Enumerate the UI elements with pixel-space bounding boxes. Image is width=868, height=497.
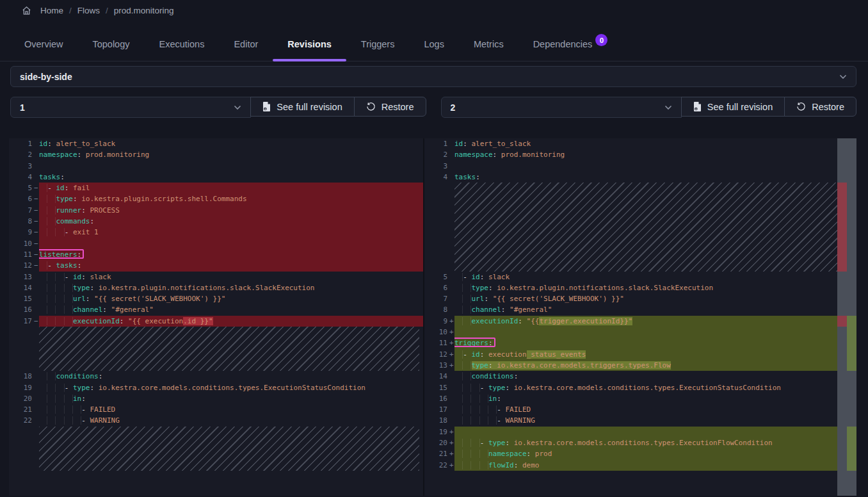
line-content[interactable] (454, 327, 837, 338)
line-content[interactable] (39, 161, 423, 172)
line-content[interactable]: conditions: (454, 371, 837, 382)
line-content[interactable]: - id: slack (39, 272, 423, 282)
tab-metrics[interactable]: Metrics (459, 31, 518, 61)
line-content[interactable]: namespace: prod (454, 448, 837, 459)
diff-marker (34, 272, 39, 282)
line-content[interactable]: executionId: "{{ execution.id }}" (39, 316, 423, 327)
line-content[interactable]: triggers: (454, 338, 837, 348)
breadcrumb-item[interactable]: Home (40, 6, 63, 15)
line-content[interactable]: in: (454, 393, 837, 404)
line-content[interactable]: flowId: demo (454, 460, 837, 471)
line-content[interactable]: executionId: "{{trigger.executionId}}" (454, 316, 837, 327)
diff-marker (34, 382, 39, 393)
code-line: 18 conditions: (9, 371, 423, 382)
diff-marker (449, 371, 454, 382)
line-content[interactable]: listeners: (39, 249, 423, 260)
line-content[interactable]: - id: execution_status_events (454, 349, 837, 360)
breadcrumb-items: Home/Flows/prod.monitoring (40, 6, 174, 15)
see-full-revision-label: See full revision (277, 102, 342, 112)
line-number: 19 (9, 382, 34, 393)
file-document-icon (693, 102, 702, 111)
restore-icon (796, 102, 806, 111)
line-content[interactable]: channel: "#general" (39, 304, 423, 315)
tab-label: Editor (234, 39, 258, 49)
tab-executions[interactable]: Executions (144, 31, 219, 61)
line-content[interactable]: id: alert_to_slack (39, 138, 423, 149)
line-content[interactable] (39, 238, 423, 249)
line-number: 12 (424, 349, 449, 360)
line-content[interactable]: - tasks: (39, 260, 423, 271)
line-content[interactable]: - type: io.kestra.core.models.conditions… (454, 437, 837, 448)
diff-spacer (9, 427, 423, 471)
tab-label: Dependencies (533, 39, 593, 49)
line-number: 12 (9, 260, 34, 271)
ruler-removed-marker (837, 183, 847, 271)
tab-editor[interactable]: Editor (219, 31, 273, 61)
diff-marker: + (449, 437, 454, 448)
restore-right-button[interactable]: Restore (784, 97, 856, 117)
line-content[interactable]: type: io.kestra.plugin.notifications.sla… (39, 282, 423, 293)
line-content[interactable]: in: (39, 393, 423, 404)
line-content[interactable]: - WARNING (454, 415, 837, 426)
diff-marker (449, 272, 454, 282)
home-icon[interactable] (22, 6, 31, 15)
line-number: 18 (9, 371, 34, 382)
line-content[interactable]: url: "{{ secret('SLACK_WEBHOOK') }}" (39, 293, 423, 304)
line-content[interactable] (454, 161, 837, 172)
tab-dependencies[interactable]: Dependencies0 (518, 31, 623, 61)
line-content[interactable]: type: io.kestra.plugin.scripts.shell.Com… (39, 193, 423, 204)
line-number: 11 (9, 249, 34, 260)
tab-topology[interactable]: Topology (77, 31, 144, 61)
breadcrumb-item: prod.monitoring (114, 6, 174, 15)
line-content[interactable]: conditions: (39, 371, 423, 382)
line-content[interactable]: url: "{{ secret('SLACK_WEBHOOK') }}" (454, 293, 837, 304)
line-content[interactable]: namespace: prod.monitoring (454, 149, 837, 160)
line-content[interactable]: - exit 1 (39, 227, 423, 238)
tab-triggers[interactable]: Triggers (346, 31, 410, 61)
line-number: 8 (9, 216, 34, 227)
diff-mode-select[interactable]: side-by-side (10, 66, 856, 87)
overview-ruler-scrollbar[interactable] (837, 138, 856, 496)
line-content[interactable]: - type: io.kestra.core.models.conditions… (454, 382, 837, 393)
code-line: 11+triggers: (424, 338, 837, 348)
line-content[interactable]: - id: slack (454, 272, 837, 282)
line-content[interactable]: type: io.kestra.core.models.triggers.typ… (454, 360, 837, 371)
line-number: 6 (9, 193, 34, 204)
line-content[interactable]: - FAILED (454, 404, 837, 415)
restore-left-button[interactable]: Restore (354, 97, 426, 117)
line-number: 21 (424, 448, 449, 459)
diff-marker: − (34, 227, 39, 238)
line-content[interactable]: tasks: (39, 172, 423, 183)
breadcrumb-item[interactable]: Flows (77, 6, 100, 15)
line-content[interactable]: channel: "#general" (454, 304, 837, 315)
tab-overview[interactable]: Overview (10, 31, 77, 61)
line-content[interactable]: - WARNING (39, 415, 423, 426)
line-number: 2 (9, 149, 34, 160)
diff-marker: + (449, 460, 454, 471)
see-full-revision-left-button[interactable]: See full revision (250, 97, 354, 117)
line-content[interactable]: - type: io.kestra.core.models.conditions… (39, 382, 423, 393)
diff-marker: − (34, 205, 39, 216)
diff-marker: − (34, 193, 39, 204)
line-content[interactable]: type: io.kestra.plugin.notifications.sla… (454, 282, 837, 293)
see-full-revision-right-button[interactable]: See full revision (681, 97, 785, 117)
line-content[interactable]: - FAILED (39, 404, 423, 415)
revision-select-left[interactable]: 1 (10, 97, 251, 118)
tab-logs[interactable]: Logs (409, 31, 458, 61)
code-line: 11−listeners: (9, 249, 423, 260)
tab-revisions[interactable]: Revisions (273, 31, 346, 61)
line-content[interactable]: tasks: (454, 172, 837, 183)
chevron-down-icon (664, 105, 672, 110)
tab-bar: OverviewTopologyExecutionsEditorRevision… (0, 31, 868, 61)
line-content[interactable]: commands: (39, 216, 423, 227)
tab-label: Topology (92, 39, 129, 49)
diff-marker: + (449, 349, 454, 360)
line-content[interactable]: id: alert_to_slack (454, 138, 837, 149)
line-content[interactable]: runner: PROCESS (39, 205, 423, 216)
revision-select-right[interactable]: 2 (441, 97, 682, 118)
line-content[interactable]: namespace: prod.monitoring (39, 149, 423, 160)
diff-marker (449, 415, 454, 426)
line-content[interactable] (454, 427, 837, 437)
line-number: 8 (424, 304, 449, 315)
line-content[interactable]: - id: fail (39, 183, 423, 193)
